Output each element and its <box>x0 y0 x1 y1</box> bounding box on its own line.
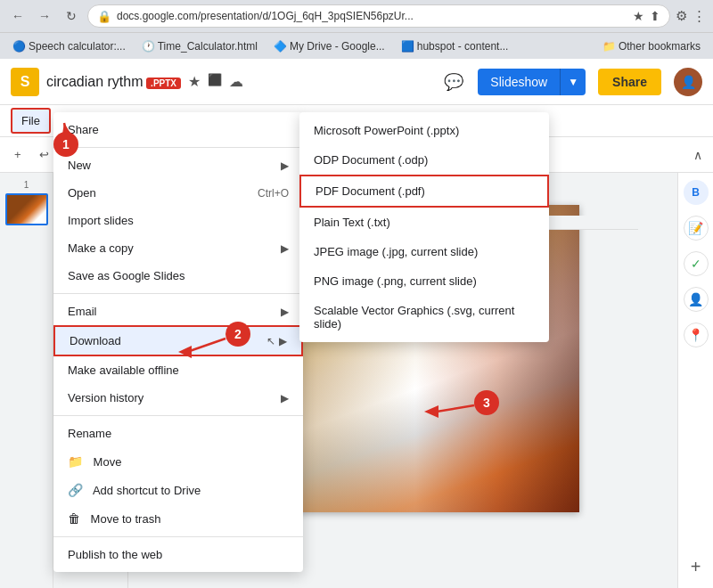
download-odp[interactable]: ODP Document (.odp) <box>299 145 549 175</box>
email-arrow-icon: ▶ <box>281 306 289 318</box>
version-arrow-icon: ▶ <box>281 392 289 404</box>
right-panel: B 📝 ✓ 👤 📍 + <box>677 173 713 588</box>
app-logo: S <box>11 68 39 96</box>
title-icons: ★ ⬛ ☁ <box>188 73 243 90</box>
menu-file[interactable]: File <box>11 108 51 134</box>
download-svg[interactable]: Scalable Vector Graphics (.svg, current … <box>299 296 549 339</box>
slide-panel: 1 <box>0 173 53 588</box>
person-icon[interactable]: 👤 <box>684 287 709 312</box>
bookmarks-bar: 🔵 Speech calculator:... 🕐 Time_Calculato… <box>0 32 713 59</box>
slide-thumb-image <box>7 195 46 224</box>
url-text: docs.google.com/presentation/d/1OGj_6qH_… <box>117 10 414 22</box>
arrow-icon: ▶ <box>281 159 289 172</box>
drive-icon: 🔷 <box>274 40 287 53</box>
menu-publish-item[interactable]: Publish to the web <box>53 541 303 568</box>
menu-separator-3 <box>53 415 303 416</box>
download-pdf[interactable]: PDF Document (.pdf) <box>299 175 549 208</box>
menu-move-item[interactable]: 📁 Move <box>53 447 303 476</box>
reload-button[interactable]: ↻ <box>61 5 82 27</box>
back-button[interactable]: ← <box>7 5 29 27</box>
bookmark-speech[interactable]: 🔵 Speech calculator:... <box>7 38 131 54</box>
slideshow-button-group: Slideshow ▼ <box>478 69 586 95</box>
menu-download-item[interactable]: Download ↖ ▶ <box>53 325 303 356</box>
menu-copy-item[interactable]: Make a copy ▶ <box>53 234 303 262</box>
download-jpg[interactable]: JPEG image (.jpg, current slide) <box>299 237 549 266</box>
menu-separator-2 <box>53 293 303 294</box>
menu-new-item[interactable]: New ▶ <box>53 151 303 179</box>
add-icon[interactable]: + <box>687 553 705 581</box>
move-folder-icon: 📁 <box>68 454 83 469</box>
extensions-icon[interactable]: ⚙ <box>676 8 687 24</box>
cloud-icon[interactable]: ☁ <box>229 73 243 90</box>
file-menu-dropdown: Share New ▶ Open Ctrl+O Import slides Ma… <box>53 112 303 572</box>
title-bar: S circadian rythm .PPTX ★ ⬛ ☁ 💬 Slidesho… <box>0 59 713 105</box>
folder-icon: 📁 <box>602 40 616 53</box>
download-png[interactable]: PNG image (.png, current slide) <box>299 266 549 296</box>
slide-thumbnail[interactable] <box>5 193 48 225</box>
menu-version-item[interactable]: Version history ▶ <box>53 384 303 412</box>
bookmark-other[interactable]: 📁 Other bookmarks <box>597 38 706 54</box>
menu-share-item[interactable]: Share <box>53 116 303 143</box>
bookmark-time[interactable]: 🕐 Time_Calculator.html <box>136 38 263 54</box>
toolbar-collapse-button[interactable]: ∧ <box>690 144 706 166</box>
map-pin-icon[interactable]: 📍 <box>684 323 709 347</box>
menu-import-item[interactable]: Import slides <box>53 207 303 234</box>
menu-shortcut-item[interactable]: 🔗 Add shortcut to Drive <box>53 476 303 504</box>
browser-chrome: ← → ↻ 🔒 docs.google.com/presentation/d/1… <box>0 0 713 32</box>
download-pptx[interactable]: Microsoft PowerPoint (.pptx) <box>299 116 549 145</box>
menu-rename-item[interactable]: Rename <box>53 420 303 447</box>
download-submenu: Microsoft PowerPoint (.pptx) ODP Documen… <box>299 112 549 342</box>
add-slide-button[interactable]: + <box>7 144 29 165</box>
add-shortcut-icon: 🔗 <box>68 483 83 497</box>
user-avatar[interactable]: 👤 <box>674 68 702 96</box>
browser-extension-icons: ⚙ ⋮ <box>676 8 706 24</box>
menu-open-item[interactable]: Open Ctrl+O <box>53 179 303 207</box>
address-bar[interactable]: 🔒 docs.google.com/presentation/d/1OGj_6q… <box>87 4 670 28</box>
comment-icon[interactable]: 💬 <box>444 72 463 92</box>
cursor-indicator: ↖ <box>266 335 275 347</box>
slide-number: 1 <box>24 180 29 190</box>
star-icon[interactable]: ★ <box>188 73 201 90</box>
menu-icon[interactable]: ⋮ <box>693 8 706 24</box>
smart-compose-icon[interactable]: B <box>684 180 709 205</box>
menu-separator-1 <box>53 147 303 148</box>
note-icon[interactable]: 📝 <box>684 216 709 241</box>
speech-icon: 🔵 <box>12 40 26 53</box>
menu-trash-item[interactable]: 🗑 Move to trash <box>53 504 303 533</box>
menu-save-item[interactable]: Save as Google Slides <box>53 262 303 290</box>
copy-arrow-icon: ▶ <box>281 242 289 255</box>
bookmark-drive[interactable]: 🔷 My Drive - Google... <box>268 38 390 54</box>
pptx-badge: .PPTX <box>146 78 181 89</box>
download-txt[interactable]: Plain Text (.txt) <box>299 208 549 237</box>
present-icon[interactable]: ⬛ <box>208 73 222 90</box>
menu-email-item[interactable]: Email ▶ <box>53 298 303 325</box>
doc-title: circadian rythm .PPTX <box>46 74 181 90</box>
trash-icon: 🗑 <box>68 511 80 526</box>
slideshow-button[interactable]: Slideshow <box>478 69 560 95</box>
hubspot-icon: 🟦 <box>401 40 414 53</box>
menu-offline-item[interactable]: Make available offline <box>53 356 303 384</box>
bookmark-hubspot[interactable]: 🟦 hubspot - content... <box>396 38 514 54</box>
check-icon[interactable]: ✓ <box>684 251 709 276</box>
forward-button[interactable]: → <box>34 5 55 27</box>
time-icon: 🕐 <box>142 40 155 53</box>
slideshow-dropdown-button[interactable]: ▼ <box>560 69 586 95</box>
menu-separator-4 <box>53 536 303 537</box>
download-arrow-icon: ▶ <box>279 335 287 347</box>
share-button[interactable]: Share <box>598 69 661 95</box>
undo-button[interactable]: ↩ <box>32 144 56 165</box>
